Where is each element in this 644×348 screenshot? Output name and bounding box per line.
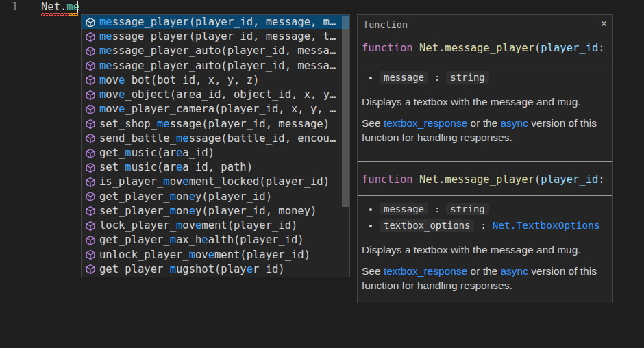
suggestion-item[interactable]: get_music(area_id) [82, 146, 349, 160]
suggestion-item[interactable]: message_player_auto(player_id, messa… [82, 44, 349, 58]
suggestion-details-panel: function × function Net.message_player(p… [357, 14, 613, 303]
parameter-item: message : string [380, 202, 608, 216]
method-icon [85, 17, 96, 28]
suggestion-item[interactable]: get_player_max_health(player_id) [82, 233, 349, 247]
suggestion-item[interactable]: message_player(player_id, message, t… [82, 29, 349, 44]
suggestion-label: message_player_auto(player_id, messa… [99, 44, 336, 58]
suggestion-label: get_music(area_id) [99, 146, 214, 160]
suggestion-label: move_object(area_id, object_id, x, y… [99, 88, 336, 102]
suggestion-label: message_player(player_id, message, t… [99, 29, 336, 44]
suggestion-label: message_player_auto(player_id, messa… [99, 59, 336, 73]
suggestion-item[interactable]: get_player_mugshot(player_id) [82, 262, 349, 277]
suggestion-label: get_player_mugshot(player_id) [99, 262, 285, 277]
method-icon [85, 206, 96, 216]
suggestion-label: set_music(area_id, path) [99, 160, 253, 175]
suggestion-item[interactable]: message_player_auto(player_id, messa… [82, 59, 349, 73]
doc-paragraph: See textbox_response or the async versio… [362, 264, 608, 293]
method-icon [85, 162, 96, 173]
suggestion-label: message_player(player_id, message, m… [99, 15, 336, 29]
parameter-list: message : stringtextbox_options : Net.Te… [362, 202, 608, 233]
doc-paragraph: Displays a textbox with the message and … [362, 95, 608, 109]
code-token: . [60, 1, 66, 13]
method-icon [85, 148, 96, 159]
doc-paragraph: See textbox_response or the async versio… [362, 116, 608, 145]
method-icon [85, 221, 96, 232]
signature-divider [358, 195, 612, 196]
suggestion-item[interactable]: set_shop_message(player_id, message) [82, 117, 349, 132]
param-type-badge: string [446, 203, 489, 215]
method-icon [85, 133, 96, 144]
suggestion-item[interactable]: set_player_money(player_id, money) [82, 204, 349, 219]
param-type-link[interactable]: Net.TextboxOptions [493, 220, 600, 231]
parameter-list: message : string [362, 71, 608, 85]
suggestion-item[interactable]: send_battle_message(battle_id, encou… [82, 132, 349, 146]
suggestion-label: get_player_money(player_id) [99, 190, 272, 204]
method-icon [85, 119, 96, 129]
param-name-badge: message [380, 203, 428, 215]
method-icon [85, 235, 96, 246]
details-body: function Net.message_player(player_id:me… [358, 42, 612, 293]
doc-link[interactable]: async [501, 117, 529, 129]
suggestion-item[interactable]: move_object(area_id, object_id, x, y… [82, 88, 349, 102]
doc-paragraph: Displays a textbox with the message and … [362, 243, 608, 257]
warning-squiggle [69, 13, 78, 16]
suggestion-list: message_player(player_id, message, m…mes… [82, 15, 349, 277]
suggestion-label: get_player_max_health(player_id) [99, 233, 304, 247]
param-name-badge: message [380, 71, 428, 84]
param-name-badge: textbox_options [380, 219, 474, 232]
function-signature: function Net.message_player(player_id: [362, 173, 611, 186]
method-icon [85, 191, 96, 202]
doc-link[interactable]: async [501, 265, 529, 277]
method-icon [85, 249, 96, 260]
suggestion-item[interactable]: move_player_camera(player_id, x, y, … [82, 102, 349, 116]
suggestion-item[interactable]: is_player_movement_locked(player_id) [82, 175, 349, 189]
close-icon[interactable]: × [601, 19, 607, 29]
method-icon [85, 264, 96, 275]
method-icon [85, 177, 96, 188]
parameter-item: textbox_options : Net.TextboxOptions [380, 219, 608, 233]
method-icon [85, 90, 96, 101]
suggestion-item[interactable]: get_player_money(player_id) [82, 190, 349, 204]
scrollbar-thumb[interactable] [342, 16, 349, 207]
details-header: function × [358, 15, 612, 30]
details-type-label: function [363, 19, 408, 30]
suggestion-label: unlock_player_movement(player_id) [99, 248, 310, 262]
method-icon [85, 46, 96, 57]
suggestion-label: send_battle_message(battle_id, encou… [99, 132, 336, 146]
suggestion-label: set_shop_message(player_id, message) [99, 117, 330, 132]
parameter-item: message : string [380, 71, 608, 85]
method-icon [85, 32, 96, 42]
text-cursor [77, 1, 78, 13]
suggestion-item[interactable]: move_bot(bot_id, x, y, z) [82, 73, 349, 88]
method-icon [85, 60, 96, 71]
suggestion-label: move_bot(bot_id, x, y, z) [99, 73, 259, 88]
suggestion-item[interactable]: set_music(area_id, path) [82, 160, 349, 175]
section-divider [358, 161, 612, 162]
method-icon [85, 104, 96, 115]
code-token: Net [41, 1, 60, 13]
code-editor-line[interactable]: 1 Net.me [0, 0, 644, 14]
function-signature: function Net.message_player(player_id: [362, 42, 611, 55]
suggestion-label: move_player_camera(player_id, x, y, … [99, 102, 336, 116]
doc-link[interactable]: textbox_response [384, 265, 467, 277]
suggestion-label: set_player_money(player_id, money) [99, 204, 317, 219]
suggestion-label: lock_player_movement(player_id) [99, 219, 297, 233]
suggestion-label: is_player_movement_locked(player_id) [99, 175, 330, 189]
method-icon [85, 75, 96, 86]
param-type-badge: string [446, 71, 489, 84]
suggestion-item[interactable]: lock_player_movement(player_id) [82, 219, 349, 233]
autocomplete-popup: message_player(player_id, message, m…mes… [81, 14, 350, 277]
doc-link[interactable]: textbox_response [384, 117, 467, 129]
suggestion-item[interactable]: message_player(player_id, message, m… [82, 15, 349, 29]
line-number: 1 [0, 0, 18, 14]
suggestion-item[interactable]: unlock_player_movement(player_id) [82, 248, 349, 262]
signature-divider [358, 64, 612, 64]
